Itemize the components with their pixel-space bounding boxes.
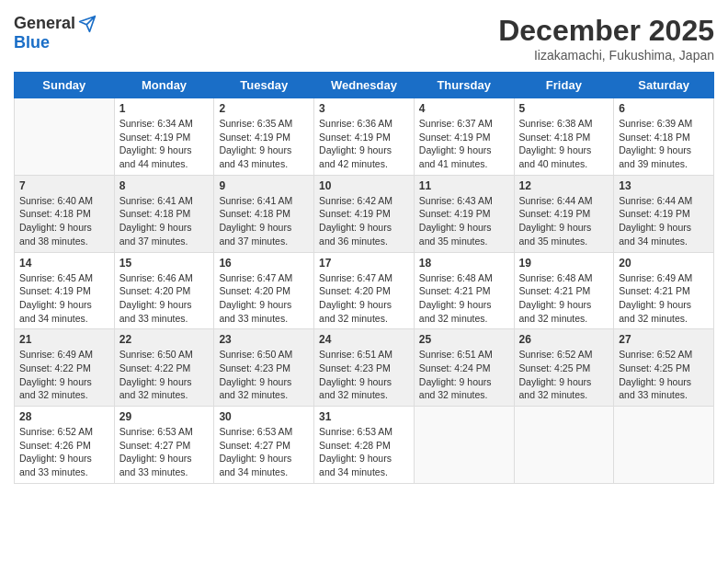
day-number: 10 (319, 179, 409, 192)
day-info: Sunrise: 6:37 AMSunset: 4:19 PMDaylight:… (419, 117, 509, 171)
day-number: 8 (119, 179, 210, 192)
day-info: Sunrise: 6:34 AMSunset: 4:19 PMDaylight:… (119, 117, 210, 171)
calendar-header-row: SundayMondayTuesdayWednesdayThursdayFrid… (15, 73, 714, 98)
day-number: 14 (19, 257, 109, 270)
day-number: 15 (119, 257, 210, 270)
day-number: 7 (19, 179, 109, 192)
day-info: Sunrise: 6:49 AMSunset: 4:22 PMDaylight:… (19, 348, 109, 402)
day-number: 2 (219, 102, 309, 115)
calendar-week-row: 21Sunrise: 6:49 AMSunset: 4:22 PMDayligh… (15, 329, 714, 407)
calendar-day-cell: 4Sunrise: 6:37 AMSunset: 4:19 PMDaylight… (414, 98, 514, 176)
day-of-week-header: Tuesday (214, 73, 314, 98)
calendar-day-cell: 9Sunrise: 6:41 AMSunset: 4:18 PMDaylight… (214, 175, 314, 252)
calendar-day-cell: 15Sunrise: 6:46 AMSunset: 4:20 PMDayligh… (114, 252, 214, 329)
calendar-day-cell: 5Sunrise: 6:38 AMSunset: 4:18 PMDaylight… (514, 98, 614, 176)
day-info: Sunrise: 6:42 AMSunset: 4:19 PMDaylight:… (319, 194, 409, 248)
logo-bird-icon (78, 15, 97, 33)
day-info: Sunrise: 6:41 AMSunset: 4:18 PMDaylight:… (219, 194, 309, 248)
calendar-day-cell: 12Sunrise: 6:44 AMSunset: 4:19 PMDayligh… (514, 175, 614, 252)
day-of-week-header: Monday (114, 73, 214, 98)
day-number: 22 (119, 333, 210, 346)
calendar-day-cell: 14Sunrise: 6:45 AMSunset: 4:19 PMDayligh… (15, 252, 115, 329)
day-info: Sunrise: 6:45 AMSunset: 4:19 PMDaylight:… (19, 271, 109, 326)
calendar-day-cell: 21Sunrise: 6:49 AMSunset: 4:22 PMDayligh… (15, 329, 115, 407)
calendar-day-cell: 19Sunrise: 6:48 AMSunset: 4:21 PMDayligh… (514, 252, 614, 329)
calendar-day-cell (414, 407, 514, 484)
day-info: Sunrise: 6:46 AMSunset: 4:20 PMDaylight:… (119, 271, 210, 326)
day-number: 5 (519, 102, 609, 115)
calendar-day-cell: 13Sunrise: 6:44 AMSunset: 4:19 PMDayligh… (614, 175, 714, 252)
month-title: December 2025 (498, 14, 714, 48)
logo-blue-text: Blue (14, 33, 50, 52)
day-number: 23 (219, 333, 309, 346)
day-number: 18 (419, 257, 509, 270)
calendar-day-cell: 20Sunrise: 6:49 AMSunset: 4:21 PMDayligh… (614, 252, 714, 329)
day-info: Sunrise: 6:43 AMSunset: 4:19 PMDaylight:… (419, 194, 509, 248)
day-number: 6 (619, 102, 709, 115)
day-number: 24 (319, 333, 409, 346)
calendar-week-row: 1Sunrise: 6:34 AMSunset: 4:19 PMDaylight… (15, 98, 714, 176)
day-info: Sunrise: 6:50 AMSunset: 4:22 PMDaylight:… (119, 348, 210, 402)
calendar-day-cell: 2Sunrise: 6:35 AMSunset: 4:19 PMDaylight… (214, 98, 314, 176)
day-of-week-header: Saturday (614, 73, 714, 98)
day-number: 25 (419, 333, 509, 346)
day-number: 29 (119, 410, 210, 423)
calendar-day-cell (614, 407, 714, 484)
day-number: 19 (519, 257, 609, 270)
day-info: Sunrise: 6:53 AMSunset: 4:27 PMDaylight:… (219, 425, 309, 479)
calendar-week-row: 14Sunrise: 6:45 AMSunset: 4:19 PMDayligh… (15, 252, 714, 329)
day-info: Sunrise: 6:48 AMSunset: 4:21 PMDaylight:… (419, 271, 509, 326)
day-number: 16 (219, 257, 309, 270)
day-info: Sunrise: 6:52 AMSunset: 4:25 PMDaylight:… (619, 348, 709, 402)
day-number: 17 (319, 257, 409, 270)
logo-general-text: General (14, 14, 75, 33)
day-number: 30 (219, 410, 309, 423)
location-text: Iizakamachi, Fukushima, Japan (498, 48, 714, 63)
calendar-day-cell: 24Sunrise: 6:51 AMSunset: 4:23 PMDayligh… (314, 329, 415, 407)
calendar-day-cell: 30Sunrise: 6:53 AMSunset: 4:27 PMDayligh… (214, 407, 314, 484)
calendar-day-cell: 22Sunrise: 6:50 AMSunset: 4:22 PMDayligh… (114, 329, 214, 407)
day-info: Sunrise: 6:53 AMSunset: 4:28 PMDaylight:… (319, 425, 409, 479)
calendar-day-cell (15, 98, 115, 176)
calendar-day-cell: 27Sunrise: 6:52 AMSunset: 4:25 PMDayligh… (614, 329, 714, 407)
calendar-day-cell: 23Sunrise: 6:50 AMSunset: 4:23 PMDayligh… (214, 329, 314, 407)
calendar-day-cell: 8Sunrise: 6:41 AMSunset: 4:18 PMDaylight… (114, 175, 214, 252)
day-number: 3 (319, 102, 409, 115)
day-info: Sunrise: 6:41 AMSunset: 4:18 PMDaylight:… (119, 194, 210, 248)
day-number: 9 (219, 179, 309, 192)
calendar-table: SundayMondayTuesdayWednesdayThursdayFrid… (14, 72, 714, 484)
day-info: Sunrise: 6:47 AMSunset: 4:20 PMDaylight:… (319, 271, 409, 326)
logo: General Blue (14, 14, 97, 52)
day-number: 4 (419, 102, 509, 115)
day-number: 26 (519, 333, 609, 346)
day-info: Sunrise: 6:47 AMSunset: 4:20 PMDaylight:… (219, 271, 309, 326)
day-info: Sunrise: 6:49 AMSunset: 4:21 PMDaylight:… (619, 271, 709, 326)
day-info: Sunrise: 6:51 AMSunset: 4:24 PMDaylight:… (419, 348, 509, 402)
day-number: 1 (119, 102, 210, 115)
day-info: Sunrise: 6:53 AMSunset: 4:27 PMDaylight:… (119, 425, 210, 479)
day-info: Sunrise: 6:48 AMSunset: 4:21 PMDaylight:… (519, 271, 609, 326)
calendar-day-cell: 29Sunrise: 6:53 AMSunset: 4:27 PMDayligh… (114, 407, 214, 484)
day-number: 12 (519, 179, 609, 192)
calendar-day-cell: 31Sunrise: 6:53 AMSunset: 4:28 PMDayligh… (314, 407, 415, 484)
calendar-day-cell: 7Sunrise: 6:40 AMSunset: 4:18 PMDaylight… (15, 175, 115, 252)
calendar-day-cell: 16Sunrise: 6:47 AMSunset: 4:20 PMDayligh… (214, 252, 314, 329)
calendar-day-cell: 3Sunrise: 6:36 AMSunset: 4:19 PMDaylight… (314, 98, 415, 176)
calendar-day-cell: 17Sunrise: 6:47 AMSunset: 4:20 PMDayligh… (314, 252, 415, 329)
day-info: Sunrise: 6:52 AMSunset: 4:26 PMDaylight:… (19, 425, 109, 479)
calendar-week-row: 28Sunrise: 6:52 AMSunset: 4:26 PMDayligh… (15, 407, 714, 484)
day-info: Sunrise: 6:40 AMSunset: 4:18 PMDaylight:… (19, 194, 109, 248)
day-of-week-header: Wednesday (314, 73, 415, 98)
day-info: Sunrise: 6:52 AMSunset: 4:25 PMDaylight:… (519, 348, 609, 402)
day-of-week-header: Sunday (15, 73, 115, 98)
day-info: Sunrise: 6:38 AMSunset: 4:18 PMDaylight:… (519, 117, 609, 171)
day-of-week-header: Thursday (414, 73, 514, 98)
calendar-day-cell: 1Sunrise: 6:34 AMSunset: 4:19 PMDaylight… (114, 98, 214, 176)
day-of-week-header: Friday (514, 73, 614, 98)
day-info: Sunrise: 6:44 AMSunset: 4:19 PMDaylight:… (519, 194, 609, 248)
day-info: Sunrise: 6:44 AMSunset: 4:19 PMDaylight:… (619, 194, 709, 248)
day-number: 20 (619, 257, 709, 270)
calendar-day-cell: 18Sunrise: 6:48 AMSunset: 4:21 PMDayligh… (414, 252, 514, 329)
day-info: Sunrise: 6:50 AMSunset: 4:23 PMDaylight:… (219, 348, 309, 402)
day-number: 28 (19, 410, 109, 423)
